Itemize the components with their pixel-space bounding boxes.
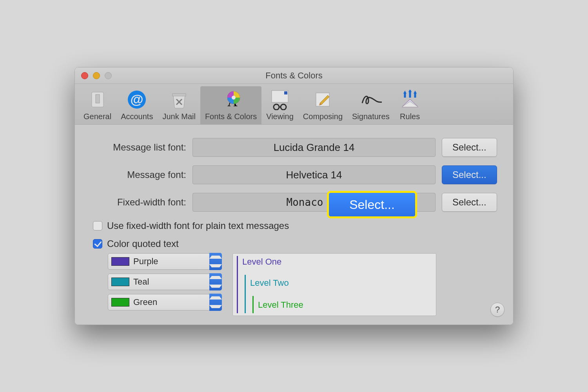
svg-marker-23 (414, 91, 417, 94)
tab-junk-mail[interactable]: Junk Mail (158, 86, 200, 124)
svg-marker-20 (402, 102, 418, 107)
tab-label: Viewing (266, 112, 294, 121)
composing-icon (312, 89, 334, 111)
tab-label: Fonts & Colors (205, 112, 257, 121)
svg-rect-1 (96, 94, 100, 103)
message-list-font-select-button[interactable]: Select... (442, 138, 497, 157)
zoom-window-button[interactable] (105, 72, 112, 79)
traffic-lights (81, 72, 112, 79)
tab-general[interactable]: General (79, 86, 116, 124)
tab-accounts[interactable]: @ Accounts (116, 86, 158, 124)
tab-signatures[interactable]: Signatures (347, 86, 394, 124)
minimize-window-button[interactable] (93, 72, 100, 79)
rules-icon (399, 89, 421, 111)
message-list-font-value: Lucida Grande 14 (192, 138, 436, 157)
tab-label: Accounts (121, 112, 153, 121)
stepper-icon[interactable] (209, 253, 222, 270)
titlebar: Fonts & Colors (75, 67, 513, 84)
svg-rect-18 (316, 93, 329, 106)
preferences-window: Fonts & Colors General @ Accounts Junk M… (74, 67, 514, 325)
level2-color-select[interactable]: Teal (108, 274, 221, 290)
trash-icon (168, 89, 190, 111)
svg-point-12 (232, 96, 236, 100)
signatures-icon (360, 89, 382, 111)
svg-point-16 (281, 104, 286, 110)
fixed-width-font-value: Monaco 10 (192, 193, 436, 212)
color-quoted-text-checkbox[interactable] (93, 239, 102, 249)
message-font-row: Message font: Helvetica 14 Select... (84, 165, 504, 184)
color-quoted-text-label: Color quoted text (107, 238, 179, 249)
use-fixed-width-checkbox-row[interactable]: Use fixed-width font for plain text mess… (93, 220, 504, 231)
close-window-button[interactable] (81, 72, 88, 79)
svg-marker-22 (408, 90, 412, 92)
tab-label: Junk Mail (162, 112, 195, 121)
use-fixed-width-checkbox[interactable] (93, 221, 102, 230)
message-font-select-button[interactable]: Select... (442, 165, 497, 184)
at-sign-icon: @ (126, 89, 148, 111)
message-font-value: Helvetica 14 (192, 165, 436, 184)
level-two-text: Level Two (250, 278, 289, 288)
tab-label: Rules (400, 112, 420, 121)
color-swatch-purple (111, 257, 129, 266)
tab-composing[interactable]: Composing (298, 86, 347, 124)
stepper-icon[interactable] (209, 273, 222, 290)
tab-fonts-colors[interactable]: A Fonts & Colors (200, 86, 261, 124)
swatch-label: Teal (133, 277, 221, 287)
fixed-width-font-label: Fixed-width font: (84, 197, 186, 208)
color-quoted-settings: Purple Teal Green Level One (108, 253, 504, 316)
svg-text:@: @ (131, 92, 143, 107)
window-title: Fonts & Colors (265, 71, 323, 81)
swatch-label: Purple (133, 256, 221, 267)
help-button[interactable]: ? (490, 303, 505, 317)
message-font-label: Message font: (84, 169, 186, 180)
stepper-icon[interactable] (209, 294, 222, 311)
tab-viewing[interactable]: Viewing (261, 86, 298, 124)
swatch-label: Green (133, 297, 221, 307)
level3-color-select[interactable]: Green (108, 294, 221, 310)
tab-label: General (83, 112, 111, 121)
viewing-icon (269, 89, 291, 111)
tab-label: Composing (303, 112, 343, 121)
color-quoted-text-checkbox-row[interactable]: Color quoted text (93, 238, 504, 249)
content-pane: Message list font: Lucida Grande 14 Sele… (75, 125, 513, 325)
tab-label: Signatures (352, 112, 390, 121)
fonts-colors-icon: A (220, 89, 242, 111)
svg-rect-4 (172, 94, 186, 96)
general-icon (87, 89, 109, 111)
toolbar: General @ Accounts Junk Mail A (75, 84, 513, 125)
use-fixed-width-label: Use fixed-width font for plain text mess… (107, 220, 289, 231)
fixed-width-font-select-button[interactable]: Select... (442, 193, 497, 212)
message-list-font-row: Message list font: Lucida Grande 14 Sele… (84, 138, 504, 157)
level-one-text: Level One (242, 257, 281, 267)
svg-marker-21 (403, 91, 407, 94)
svg-point-15 (274, 104, 279, 110)
message-list-font-label: Message list font: (84, 142, 186, 153)
level-three-text: Level Three (258, 300, 303, 310)
svg-rect-14 (284, 91, 287, 94)
tab-rules[interactable]: Rules (394, 86, 426, 124)
quote-level-preview: Level One Level Two Level Three (232, 253, 436, 316)
fixed-width-font-row: Fixed-width font: Monaco 10 Select... (84, 193, 504, 212)
color-swatch-green (111, 298, 129, 307)
level1-color-select[interactable]: Purple (108, 253, 221, 270)
color-swatch-teal (111, 278, 129, 286)
